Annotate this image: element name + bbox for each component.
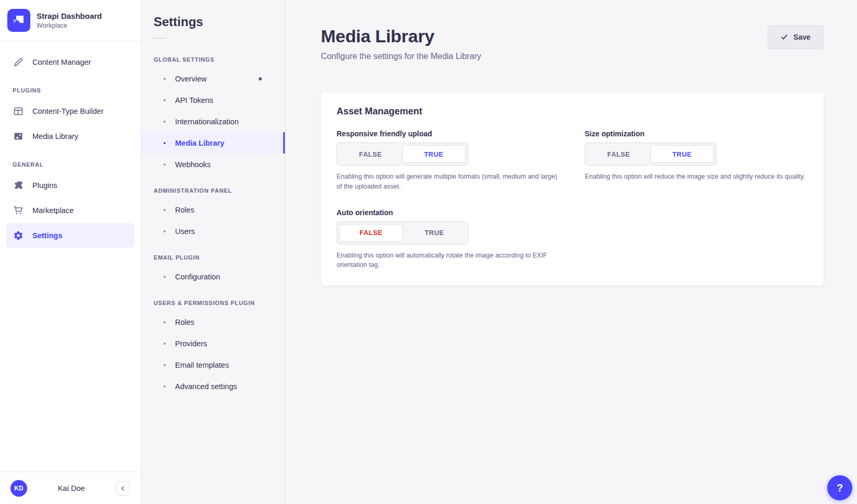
brand[interactable]: Strapi Dashboard Workplace: [0, 0, 141, 41]
primary-nav-list: Content Manager PLUGINS Content-Type Bui…: [0, 41, 141, 248]
notification-dot: [259, 77, 262, 80]
nav-section-plugins: PLUGINS: [13, 87, 128, 93]
section-items: Overview API Tokens Internationalization…: [141, 68, 285, 175]
field-responsive-friendly-upload: Responsive friendly upload FALSE TRUE En…: [337, 130, 560, 192]
sidebar-footer: KD Kai Doe: [0, 472, 141, 504]
divider: [154, 38, 166, 39]
picture-icon: [13, 131, 24, 142]
settings-item-admin-roles[interactable]: Roles: [141, 199, 285, 220]
bullet-icon: [164, 142, 166, 144]
toggle-option-false[interactable]: FALSE: [339, 224, 403, 242]
settings-item-api-tokens[interactable]: API Tokens: [141, 89, 285, 111]
card-title: Asset Management: [337, 106, 808, 117]
strapi-logo-icon: [7, 9, 30, 32]
settings-item-label: Roles: [175, 206, 194, 214]
settings-item-label: Webhooks: [175, 160, 211, 169]
workspace-label: Workplace: [37, 22, 102, 29]
settings-item-internationalization[interactable]: Internationalization: [141, 111, 285, 132]
section-items: Configuration: [141, 266, 285, 287]
layout-icon: [13, 106, 24, 117]
nav-item-label: Plugins: [32, 181, 57, 190]
settings-item-label: Configuration: [175, 273, 220, 281]
settings-item-advanced-settings[interactable]: Advanced settings: [141, 376, 285, 397]
chevron-left-icon: [120, 485, 126, 491]
save-button[interactable]: Save: [768, 25, 824, 49]
settings-item-email-configuration[interactable]: Configuration: [141, 266, 285, 287]
settings-item-label: Advanced settings: [175, 382, 237, 391]
save-button-label: Save: [793, 33, 810, 41]
nav-item-plugins[interactable]: Plugins: [6, 173, 134, 198]
bullet-icon: [164, 99, 166, 101]
collapse-sidebar-button[interactable]: [115, 481, 130, 496]
check-icon: [781, 33, 788, 41]
field-hint: Enabling this option will generate multi…: [337, 172, 560, 192]
main-content: Media Library Configure the settings for…: [285, 0, 857, 504]
nav-item-label: Settings: [32, 231, 62, 240]
nav-item-label: Media Library: [32, 132, 78, 140]
nav-item-label: Content Manager: [32, 58, 91, 66]
user-name: Kai Doe: [27, 484, 115, 493]
cart-icon: [13, 205, 24, 216]
settings-item-label: Internationalization: [175, 118, 239, 126]
nav-item-label: Content-Type Builder: [32, 107, 103, 115]
responsive-friendly-upload-toggle[interactable]: FALSE TRUE: [337, 143, 468, 166]
toggle-option-false[interactable]: FALSE: [339, 145, 402, 163]
field-size-optimization: Size optimization FALSE TRUE Enabling th…: [585, 130, 808, 192]
primary-sidebar: Strapi Dashboard Workplace Content Manag…: [0, 0, 141, 504]
avatar[interactable]: KD: [10, 480, 27, 497]
toggle-option-true[interactable]: TRUE: [403, 224, 466, 242]
section-users-permissions-plugin: USERS & PERMISSIONS PLUGIN: [154, 300, 272, 306]
field-hint: Enabling this option will automatically …: [337, 251, 560, 271]
settings-item-up-roles[interactable]: Roles: [141, 311, 285, 333]
settings-item-overview[interactable]: Overview: [141, 68, 285, 89]
settings-item-label: Users: [175, 227, 195, 236]
field-label: Size optimization: [585, 130, 808, 138]
nav-item-media-library[interactable]: Media Library: [6, 124, 134, 149]
nav-item-label: Marketplace: [32, 206, 74, 215]
pen-icon: [13, 56, 24, 68]
page-header-text: Media Library Configure the settings for…: [321, 25, 481, 61]
field-label: Responsive friendly upload: [337, 130, 560, 138]
settings-item-providers[interactable]: Providers: [141, 333, 285, 354]
settings-item-email-templates[interactable]: Email templates: [141, 354, 285, 376]
nav-item-content-type-builder[interactable]: Content-Type Builder: [6, 99, 134, 124]
bullet-icon: [164, 364, 166, 366]
brand-text: Strapi Dashboard Workplace: [37, 11, 102, 30]
asset-management-card: Asset Management Responsive friendly upl…: [321, 92, 824, 286]
nav-item-settings[interactable]: Settings: [6, 223, 134, 248]
settings-sidebar: Settings GLOBAL SETTINGS Overview API To…: [141, 0, 285, 504]
bullet-icon: [164, 385, 166, 388]
settings-item-label: Overview: [175, 75, 206, 83]
settings-item-label: API Tokens: [175, 96, 213, 104]
bullet-icon: [164, 78, 166, 80]
toggle-option-false[interactable]: FALSE: [587, 145, 650, 163]
settings-item-label: Media Library: [175, 139, 224, 147]
auto-orientation-toggle[interactable]: FALSE TRUE: [337, 221, 468, 244]
size-optimization-toggle[interactable]: FALSE TRUE: [585, 143, 716, 166]
settings-item-label: Email templates: [175, 361, 229, 369]
fields-grid: Responsive friendly upload FALSE TRUE En…: [337, 130, 808, 270]
toggle-option-true[interactable]: TRUE: [650, 145, 714, 163]
settings-item-admin-users[interactable]: Users: [141, 220, 285, 242]
nav-group-plugins: Content-Type Builder Media Library: [0, 99, 141, 149]
nav-item-marketplace[interactable]: Marketplace: [6, 198, 134, 223]
toggle-option-true[interactable]: TRUE: [402, 145, 466, 163]
page-header: Media Library Configure the settings for…: [285, 0, 857, 61]
bullet-icon: [164, 163, 166, 166]
field-hint: Enabling this option will reduce the ima…: [585, 172, 808, 182]
nav-group-general: Plugins Marketplace Settings: [0, 173, 141, 248]
bullet-icon: [164, 121, 166, 123]
settings-item-media-library[interactable]: Media Library: [141, 132, 285, 154]
section-administration-panel: ADMINISTRATION PANEL: [154, 187, 272, 194]
page-title: Media Library: [321, 26, 481, 46]
bullet-icon: [164, 276, 166, 278]
bullet-icon: [164, 343, 166, 345]
page-subtitle: Configure the settings for the Media Lib…: [321, 52, 481, 61]
help-button[interactable]: ?: [827, 475, 852, 500]
field-auto-orientation: Auto orientation FALSE TRUE Enabling thi…: [337, 208, 560, 271]
bullet-icon: [164, 209, 166, 211]
section-email-plugin: EMAIL PLUGIN: [154, 254, 272, 261]
nav-item-content-manager[interactable]: Content Manager: [6, 50, 134, 75]
settings-sidebar-title: Settings: [141, 0, 285, 29]
settings-item-webhooks[interactable]: Webhooks: [141, 154, 285, 175]
